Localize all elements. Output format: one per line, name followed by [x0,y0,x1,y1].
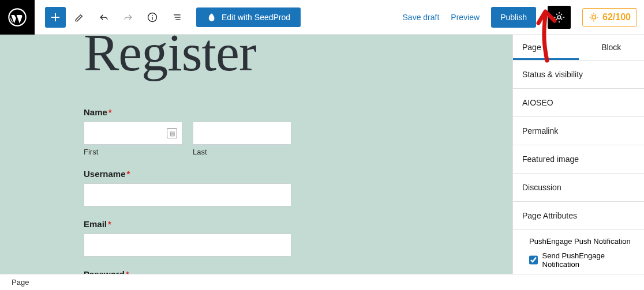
settings-sidebar: Page Block Status & visibility AIOSEO Pe… [512,35,644,274]
plus-icon [48,10,62,24]
breadcrumb[interactable]: Page [12,278,29,287]
toolbar-tools: Edit with SeedProd [45,7,301,28]
required-asterisk: * [127,169,130,179]
username-input[interactable] [84,183,291,206]
seedprod-label: Edit with SeedProd [222,13,290,22]
pushengage-heading: PushEngage Push Notification [513,230,644,248]
wordpress-icon [8,8,27,27]
outline-button[interactable] [166,7,187,28]
list-icon [171,12,182,23]
undo-button[interactable] [93,7,114,28]
username-label: Username* [84,169,291,179]
seo-score-badge[interactable]: 62/100 [582,8,637,27]
panel-aioseo[interactable]: AIOSEO [513,89,644,117]
pencil-icon [74,12,85,23]
edit-button[interactable] [69,7,90,28]
redo-button[interactable] [118,7,138,28]
seo-score-text: 62/100 [602,12,631,22]
panel-page-attributes[interactable]: Page Attributes [513,202,644,230]
leaf-icon [207,12,217,22]
email-field-block: Email* [84,219,291,257]
editor-workspace: Register Name* ▤ First Last [0,35,644,274]
publish-button[interactable]: Publish [491,7,536,28]
name-field-block: Name* ▤ First Last [84,107,291,156]
pushengage-checkbox-label: Send PushEngage Notification [542,251,635,269]
email-label: Email* [84,219,291,229]
panel-featured-image[interactable]: Featured image [513,145,644,174]
save-draft-button[interactable]: Save draft [403,13,440,22]
sidebar-tabs: Page Block [513,35,644,61]
panel-permalink[interactable]: Permalink [513,117,644,145]
info-button[interactable] [142,7,163,28]
username-field-block: Username* [84,169,291,206]
seedprod-button[interactable]: Edit with SeedProd [196,7,301,27]
autofill-icon: ▤ [167,128,177,138]
svg-point-0 [9,9,25,25]
pushengage-checkbox-row[interactable]: Send PushEngage Notification [513,248,644,274]
first-name-sublabel: First [84,148,182,156]
svg-point-5 [152,14,153,16]
svg-point-9 [557,16,561,19]
required-asterisk: * [108,107,112,117]
toolbar-actions: Save draft Preview Publish 62/100 [403,6,637,29]
undo-icon [98,12,110,23]
password-label: Password* [84,269,291,274]
last-name-input[interactable] [193,122,291,145]
add-block-button[interactable] [45,7,66,28]
redo-icon [122,12,134,23]
panel-status-visibility[interactable]: Status & visibility [513,61,644,89]
svg-point-10 [592,16,596,19]
panel-discussion[interactable]: Discussion [513,174,644,202]
settings-button[interactable] [548,6,571,29]
email-input[interactable] [84,233,291,257]
required-asterisk: * [126,269,129,274]
wp-logo[interactable] [0,0,35,35]
first-name-input[interactable]: ▤ [84,122,182,145]
required-asterisk: * [108,219,111,229]
breadcrumb-bar: Page [0,274,644,290]
last-name-sublabel: Last [193,148,291,156]
preview-button[interactable]: Preview [451,13,480,22]
gear-icon [553,11,566,24]
editor-canvas[interactable]: Register Name* ▤ First Last [0,35,512,274]
score-gear-icon [589,12,599,22]
tab-block[interactable]: Block [579,35,645,60]
name-label: Name* [84,107,291,117]
pushengage-checkbox[interactable] [529,255,538,265]
tab-page[interactable]: Page [513,35,579,60]
register-form: Name* ▤ First Last [84,107,291,274]
password-field-block: Password* [84,269,291,274]
info-icon [147,12,158,23]
editor-toolbar: Edit with SeedProd Save draft Preview Pu… [0,0,644,35]
page-title[interactable]: Register [84,35,512,83]
